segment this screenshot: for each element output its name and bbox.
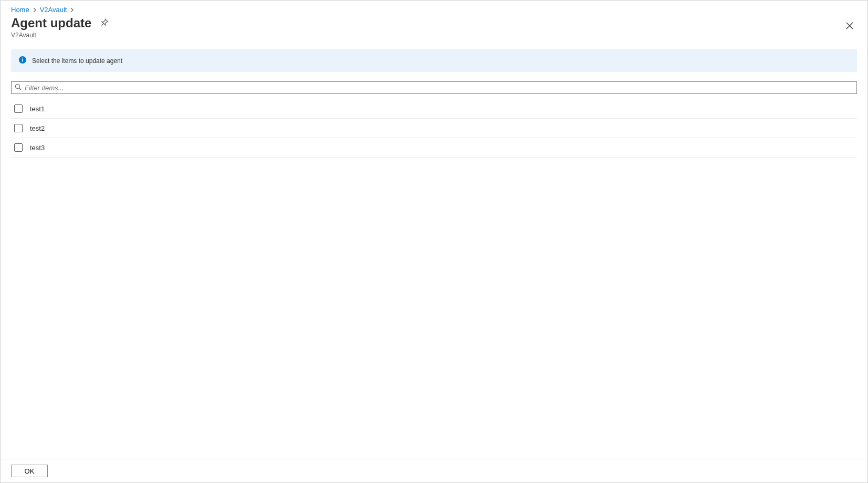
- chevron-right-icon: [33, 6, 37, 14]
- list-item-label: test2: [30, 124, 45, 132]
- close-button[interactable]: [842, 19, 857, 34]
- breadcrumb-link-vault[interactable]: V2Avault: [40, 6, 67, 14]
- ok-button[interactable]: OK: [11, 465, 48, 477]
- title-block: Agent update V2Avault: [11, 16, 110, 39]
- svg-line-0: [102, 24, 104, 26]
- list-item[interactable]: test3: [11, 138, 857, 158]
- svg-rect-4: [22, 59, 23, 62]
- svg-point-6: [16, 85, 20, 89]
- main-content: Select the items to update agent test1 t…: [1, 39, 867, 459]
- checkbox[interactable]: [14, 124, 23, 132]
- pin-icon: [100, 18, 109, 28]
- checkbox[interactable]: [14, 143, 23, 152]
- footer: OK: [1, 459, 867, 482]
- breadcrumb-link-home[interactable]: Home: [11, 6, 29, 14]
- list-item[interactable]: test2: [11, 119, 857, 138]
- search-icon: [15, 83, 22, 92]
- checkbox[interactable]: [14, 104, 23, 113]
- info-banner: Select the items to update agent: [11, 49, 857, 72]
- info-icon: [18, 56, 27, 66]
- list-item-label: test3: [30, 144, 45, 152]
- filter-box[interactable]: [11, 81, 857, 94]
- svg-line-7: [19, 88, 22, 90]
- page-title: Agent update: [11, 16, 91, 30]
- chevron-right-icon: [70, 6, 74, 14]
- svg-point-5: [22, 58, 23, 59]
- pin-button[interactable]: [99, 17, 110, 29]
- page-header: Agent update V2Avault: [1, 16, 867, 39]
- breadcrumb: Home V2Avault: [1, 1, 867, 16]
- list-item[interactable]: test1: [11, 99, 857, 119]
- page-subtitle: V2Avault: [11, 32, 110, 39]
- item-list: test1 test2 test3: [11, 99, 857, 158]
- filter-input[interactable]: [25, 84, 853, 92]
- list-item-label: test1: [30, 105, 45, 113]
- info-banner-text: Select the items to update agent: [32, 57, 122, 65]
- close-icon: [846, 22, 853, 31]
